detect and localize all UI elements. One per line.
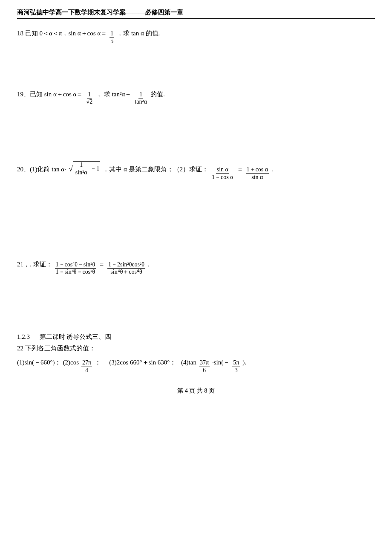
sqrt-symbol-20: √	[69, 165, 73, 173]
frac-19b-num: 1	[138, 91, 143, 99]
frac-22-4a-den: 6	[202, 367, 207, 374]
section-123-header: 1.2.3 第二课时 诱导公式三、四	[17, 331, 375, 343]
frac-20-inner: 1 sin²α	[75, 162, 88, 176]
problem-19-end: 的值.	[150, 88, 165, 101]
problem-21: 21，. 求证： 1－cos⁴θ－sin²θ 1－sin⁴θ－cos²θ ＝ 1…	[17, 258, 375, 276]
problem-21-row: 21，. 求证： 1－cos⁴θ－sin²θ 1－sin⁴θ－cos²θ ＝ 1…	[17, 258, 375, 276]
frac-20-left: sin α 1－cos α	[211, 166, 234, 181]
section-title: 第二课时 诱导公式三、四	[40, 333, 112, 340]
section-number: 1.2.3	[17, 333, 30, 340]
frac-19b: 1 tan²α	[134, 91, 148, 106]
frac-21-left-num: 1－cos⁴θ－sin²θ	[55, 261, 96, 269]
problem-19-row: 19、已知 sin α＋cos α＝ 1 √2 ， 求 tan²α＋ 1 tan…	[17, 88, 375, 106]
frac-20-left-num: sin α	[216, 166, 229, 174]
problem-20-mid: ，其中 α 是第二象限角；（2）求证：	[103, 163, 208, 176]
sqrt-content-20: 1 sin²α －1	[73, 161, 100, 176]
frac-20-right-num: 1＋cos α	[246, 166, 269, 174]
frac-19a: 1 √2	[85, 91, 93, 106]
trig-item-1: (1)sin(－660°)；	[17, 356, 61, 369]
frac-22-4b-den: 3	[234, 367, 239, 374]
semicolon-2: ；	[95, 356, 101, 369]
frac-22-4b: 5π 3	[232, 359, 240, 374]
sqrt-wrapper-20: √ 1 sin²α －1	[69, 161, 100, 176]
frac-20-left-den: 1－cos α	[211, 174, 234, 181]
problem-20-row: 20、(1)化简 tan α· √ 1 sin²α －1 ，其中 α 是第二象限…	[17, 161, 375, 181]
frac-21-right-num: 1－2sin²θcos²θ	[107, 261, 145, 269]
problem-22-label: 22 下列各三角函数式的值：	[17, 343, 375, 354]
problem-20: 20、(1)化简 tan α· √ 1 sin²α －1 ，其中 α 是第二象限…	[17, 161, 375, 181]
problem-22-items: (1)sin(－660°)； (2)cos 27π 4 ； (3)2cos 66…	[17, 356, 375, 374]
frac-18-num: 1	[110, 30, 114, 38]
equals-21: ＝	[98, 258, 105, 271]
frac-22-4a: 37π 6	[199, 359, 210, 374]
problem-18-row: 18 已知 0＜α＜π，sin α＋cos α＝ 1 5 ，求 tan α 的值…	[17, 27, 375, 45]
footer-text: 第 4 页 共 8 页	[177, 387, 215, 394]
spacer-4	[17, 280, 375, 318]
problem-18-text: ，求 tan α 的值.	[117, 27, 160, 40]
problem-20-label: 20、(1)化简 tan α·	[17, 163, 66, 176]
trig-item-4: (4)tan	[181, 356, 196, 369]
frac-19b-den: tan²α	[134, 98, 148, 106]
frac-22-2-den: 4	[84, 367, 89, 374]
frac-22-2-num: 27π	[81, 359, 92, 367]
equals-20: ＝	[237, 163, 243, 176]
frac-18: 1 5	[110, 30, 114, 45]
problem-18: 18 已知 0＜α＜π，sin α＋cos α＝ 1 5 ，求 tan α 的值…	[17, 27, 375, 45]
frac-22-4b-num: 5π	[232, 359, 240, 367]
problem-19-num: 19、已知 sin α＋cos α＝	[17, 88, 83, 101]
close-paren-22: ).	[242, 356, 246, 369]
frac-20-inner-den: sin²α	[75, 169, 88, 176]
problem-18-num: 18 已知 0＜α＜π，sin α＋cos α＝	[17, 27, 107, 40]
frac-20-right-den: sin α	[251, 174, 264, 181]
frac-21-right: 1－2sin²θcos²θ sin⁴θ＋cos⁴θ	[107, 261, 145, 276]
trig-item-3: (3)2cos 660°＋sin 630°；	[109, 356, 176, 369]
frac-22-4a-num: 37π	[199, 359, 210, 367]
spacer-1	[17, 49, 375, 88]
spacer-3b	[17, 224, 375, 258]
problem-19: 19、已知 sin α＋cos α＝ 1 √2 ， 求 tan²α＋ 1 tan…	[17, 88, 375, 106]
minus-one-20: －1	[90, 165, 99, 172]
frac-22-2: 27π 4	[81, 359, 92, 374]
trig-item-2: (2)cos	[63, 356, 79, 369]
frac-19a-num: 1	[87, 91, 92, 99]
spacer-4b	[17, 318, 375, 331]
spacer-2b	[17, 148, 375, 161]
page-header: 商河弘德中学高一下数学期末复习学案———必修四第一章	[17, 9, 375, 19]
dot-22: ·sin(－	[212, 356, 230, 369]
frac-19a-den: √2	[85, 98, 93, 106]
section-123: 1.2.3 第二课时 诱导公式三、四 22 下列各三角函数式的值： (1)sin…	[17, 331, 375, 374]
page-footer: 第 4 页 共 8 页	[17, 387, 375, 395]
spacer-3	[17, 185, 375, 224]
period-21: .	[148, 258, 150, 271]
frac-21-left: 1－cos⁴θ－sin²θ 1－sin⁴θ－cos²θ	[55, 261, 96, 276]
spacer-2	[17, 110, 375, 148]
frac-18-den: 5	[110, 38, 114, 45]
problem-19-mid: ， 求 tan²α＋	[96, 88, 131, 101]
period-20: .	[271, 163, 273, 176]
header-title: 商河弘德中学高一下数学期末复习学案———必修四第一章	[17, 9, 183, 16]
frac-21-right-den: sin⁴θ＋cos⁴θ	[110, 269, 143, 276]
frac-20-right: 1＋cos α sin α	[246, 166, 269, 181]
frac-21-left-den: 1－sin⁴θ－cos²θ	[55, 269, 96, 276]
frac-20-inner-num: 1	[79, 162, 84, 169]
problem-21-label: 21，. 求证：	[17, 258, 52, 271]
